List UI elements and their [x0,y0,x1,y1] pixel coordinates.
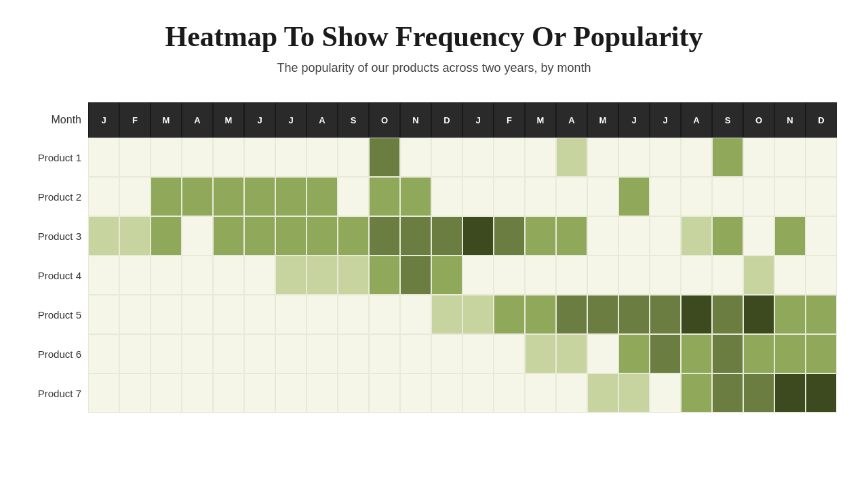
row-label-3: Product 3 [20,216,88,256]
month-header-22: N [774,102,806,138]
cell-7-10 [400,373,431,413]
cell-1-14 [525,138,556,177]
cell-2-14 [525,177,556,216]
cell-3-11 [431,216,462,256]
cell-6-21 [743,334,774,373]
cell-5-9 [369,295,400,334]
cell-3-9 [369,216,400,256]
cell-3-4 [213,216,244,256]
cell-4-5 [244,256,275,295]
cell-7-3 [182,373,213,413]
cell-3-20 [712,216,743,256]
cell-6-13 [494,334,525,373]
cell-7-20 [712,373,743,413]
cell-6-20 [712,334,743,373]
cell-3-12 [462,216,494,256]
month-header-5: J [244,102,275,138]
month-header-21: O [743,102,774,138]
month-header-0: J [88,102,119,138]
cell-4-19 [681,256,712,295]
cell-4-21 [743,256,774,295]
cell-2-7 [307,177,338,216]
cell-4-15 [556,256,587,295]
cell-7-2 [151,373,182,413]
cell-2-18 [650,177,681,216]
cell-1-17 [618,138,650,177]
cell-6-9 [369,334,400,373]
month-header-11: D [431,102,462,138]
cell-3-0 [88,216,119,256]
cell-6-17 [618,334,650,373]
cell-2-9 [369,177,400,216]
month-header-3: A [182,102,213,138]
heatmap-grid: JFMAMJJASONDJFMAMJJASOND [88,102,848,413]
cell-1-19 [681,138,712,177]
data-row-3 [88,216,848,256]
cell-2-17 [618,177,650,216]
month-header-14: M [525,102,556,138]
cell-7-17 [618,373,650,413]
cell-5-13 [494,295,525,334]
cell-5-18 [650,295,681,334]
cell-5-20 [712,295,743,334]
row-label-1: Product 1 [20,138,88,177]
data-row-2 [88,177,848,216]
cell-1-11 [431,138,462,177]
row-label-4: Product 4 [20,256,88,295]
cell-4-20 [712,256,743,295]
cell-6-8 [338,334,369,373]
cell-7-21 [743,373,774,413]
cell-1-6 [275,138,307,177]
cell-3-17 [618,216,650,256]
cell-3-8 [338,216,369,256]
cell-7-6 [275,373,307,413]
cell-1-22 [774,138,806,177]
header-row: JFMAMJJASONDJFMAMJJASOND [88,102,848,138]
cell-7-16 [587,373,618,413]
row-label-5: Product 5 [20,295,88,334]
month-header-6: J [275,102,307,138]
cell-2-20 [712,177,743,216]
cell-4-12 [462,256,494,295]
cell-2-4 [213,177,244,216]
month-header-15: A [556,102,587,138]
month-header-4: M [213,102,244,138]
cell-4-4 [213,256,244,295]
cell-6-14 [525,334,556,373]
cell-6-5 [244,334,275,373]
cell-3-14 [525,216,556,256]
cell-1-4 [213,138,244,177]
cell-2-2 [151,177,182,216]
cell-1-1 [119,138,151,177]
cell-4-9 [369,256,400,295]
cell-1-16 [587,138,618,177]
cell-6-3 [182,334,213,373]
row-label-6: Product 6 [20,334,88,373]
cell-2-5 [244,177,275,216]
cell-5-19 [681,295,712,334]
month-header-19: A [681,102,712,138]
cell-2-16 [587,177,618,216]
cell-2-13 [494,177,525,216]
cell-1-15 [556,138,587,177]
cell-6-0 [88,334,119,373]
cell-1-20 [712,138,743,177]
cell-2-1 [119,177,151,216]
cell-4-23 [806,256,837,295]
cell-3-3 [182,216,213,256]
month-header-1: F [119,102,151,138]
cell-6-19 [681,334,712,373]
cell-6-16 [587,334,618,373]
cell-3-19 [681,216,712,256]
cell-1-2 [151,138,182,177]
cell-5-3 [182,295,213,334]
cell-3-21 [743,216,774,256]
cell-7-1 [119,373,151,413]
cell-3-13 [494,216,525,256]
cell-6-7 [307,334,338,373]
data-row-6 [88,334,848,373]
month-header-23: D [806,102,837,138]
cell-7-14 [525,373,556,413]
cell-4-3 [182,256,213,295]
month-header-20: S [712,102,743,138]
